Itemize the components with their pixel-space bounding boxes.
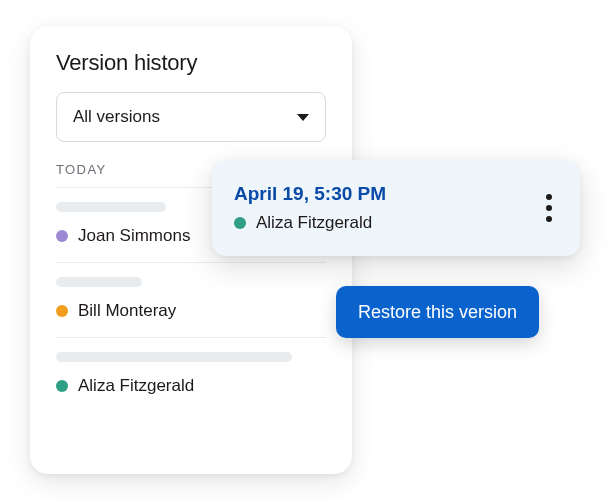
version-author: Bill Monteray (56, 301, 326, 321)
version-row[interactable]: Bill Monteray (56, 262, 326, 337)
skeleton-line (56, 277, 142, 287)
skeleton-line (56, 202, 166, 212)
skeleton-line (56, 352, 292, 362)
kebab-dot-icon (546, 194, 552, 200)
author-dot-icon (56, 380, 68, 392)
kebab-dot-icon (546, 216, 552, 222)
filter-dropdown[interactable]: All versions (56, 92, 326, 142)
version-author: Aliza Fitzgerald (234, 213, 386, 233)
panel-title: Version history (56, 50, 326, 76)
version-author: Aliza Fitzgerald (56, 376, 326, 396)
version-detail-popover: April 19, 5:30 PM Aliza Fitzgerald (212, 160, 580, 256)
filter-label: All versions (73, 107, 160, 127)
author-dot-icon (234, 217, 246, 229)
author-name: Aliza Fitzgerald (256, 213, 372, 233)
more-options-button[interactable] (540, 188, 558, 228)
author-dot-icon (56, 305, 68, 317)
author-name: Bill Monteray (78, 301, 176, 321)
kebab-dot-icon (546, 205, 552, 211)
author-dot-icon (56, 230, 68, 242)
chevron-down-icon (297, 114, 309, 121)
restore-version-button[interactable]: Restore this version (336, 286, 539, 338)
author-name: Aliza Fitzgerald (78, 376, 194, 396)
version-timestamp: April 19, 5:30 PM (234, 183, 386, 205)
version-row[interactable]: Aliza Fitzgerald (56, 337, 326, 412)
author-name: Joan Simmons (78, 226, 190, 246)
